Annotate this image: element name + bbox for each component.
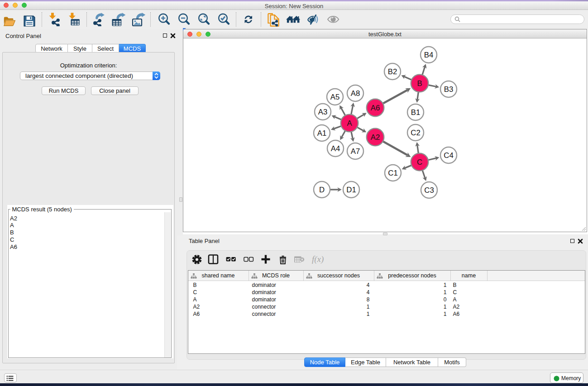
svg-text:D1: D1 (346, 186, 356, 194)
svg-text:A2: A2 (371, 133, 380, 142)
svg-text:B1: B1 (411, 108, 421, 117)
svg-text:C4: C4 (444, 151, 453, 160)
svg-text:A6: A6 (371, 104, 380, 112)
svg-text:A3: A3 (318, 108, 328, 116)
svg-text:A7: A7 (351, 147, 360, 156)
svg-text:C1: C1 (388, 169, 397, 177)
svg-text:C: C (417, 158, 422, 167)
svg-text:A4: A4 (331, 144, 340, 153)
svg-text:D: D (319, 186, 325, 194)
svg-text:B2: B2 (388, 67, 397, 76)
svg-text:A8: A8 (351, 89, 360, 98)
svg-text:f(x): f(x) (312, 254, 324, 264)
svg-text:B3: B3 (444, 85, 454, 94)
svg-text:C3: C3 (424, 186, 434, 195)
svg-text:C2: C2 (411, 129, 420, 137)
svg-text:B: B (417, 79, 422, 88)
svg-text:A5: A5 (330, 93, 340, 101)
svg-text:A1: A1 (317, 129, 327, 138)
svg-text:A: A (347, 119, 352, 128)
svg-text:B4: B4 (424, 51, 434, 59)
